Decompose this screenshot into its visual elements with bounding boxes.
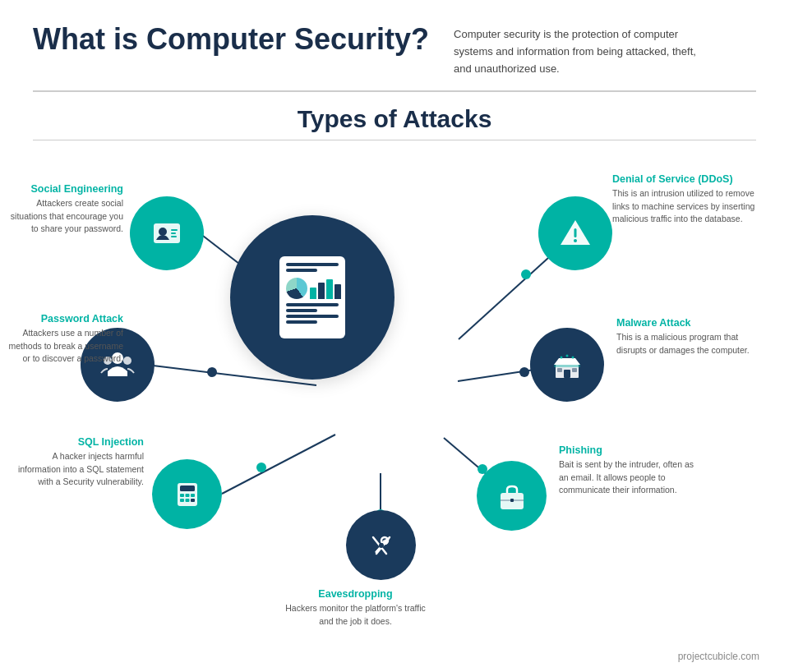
document-icon <box>279 256 345 338</box>
svg-point-11 <box>519 367 529 377</box>
warning-icon <box>557 215 593 251</box>
svg-rect-46 <box>574 228 577 237</box>
briefcase-icon <box>494 478 530 514</box>
svg-rect-29 <box>191 499 195 502</box>
svg-rect-28 <box>185 499 189 502</box>
person-card-icon <box>149 215 185 251</box>
svg-rect-18 <box>171 236 177 237</box>
svg-rect-27 <box>180 499 184 502</box>
tools-icon <box>363 527 399 564</box>
svg-point-45 <box>572 357 574 359</box>
svg-rect-17 <box>171 232 176 234</box>
center-circle <box>230 215 394 380</box>
ddos-circle <box>538 196 612 270</box>
page: What is Computer Security? Computer secu… <box>0 0 789 672</box>
svg-rect-40 <box>564 370 570 378</box>
malware-attack-desc: This is a malicious program that disrupt… <box>616 331 756 356</box>
password-attack-title: Password Attack <box>0 313 123 324</box>
social-engineering-circle <box>130 196 204 270</box>
eavesdropping-desc: Hackers monitor the platform's traffic a… <box>284 602 427 627</box>
svg-point-21 <box>123 357 132 365</box>
password-attack-desc: Attackers use a number of methods to bre… <box>0 327 123 365</box>
svg-rect-16 <box>171 229 178 231</box>
phishing-circle <box>477 461 547 531</box>
svg-rect-26 <box>191 494 195 497</box>
social-engineering-title: Social Engineering <box>8 183 123 195</box>
malware-attack-circle <box>530 328 604 402</box>
eavesdropping-label: Eavesdropping Hackers monitor the platfo… <box>284 588 427 627</box>
sql-injection-desc: A hacker injects harmful information int… <box>16 450 144 488</box>
social-engineering-desc: Attackers create social situations that … <box>8 197 123 235</box>
svg-rect-42 <box>572 368 577 372</box>
page-title: What is Computer Security? <box>33 23 429 56</box>
svg-point-15 <box>159 228 167 236</box>
svg-rect-25 <box>185 494 189 497</box>
ddos-desc: This is an intrusion utilized to remove … <box>612 187 768 225</box>
ddos-title: Denial of Service (DDoS) <box>612 173 768 185</box>
svg-point-34 <box>379 543 384 548</box>
svg-rect-14 <box>154 223 180 243</box>
social-engineering-label: Social Engineering Attackers create soci… <box>8 183 123 235</box>
sql-injection-title: SQL Injection <box>16 436 144 448</box>
malware-attack-label: Malware Attack This is a malicious progr… <box>616 317 756 356</box>
svg-point-44 <box>566 355 569 357</box>
phishing-desc: Bait is sent by the intruder, often as a… <box>559 458 699 496</box>
calculator-icon <box>169 476 205 513</box>
sql-injection-circle <box>152 459 222 529</box>
section-title: Types of Attacks <box>0 92 789 140</box>
malware-attack-title: Malware Attack <box>616 317 756 329</box>
sql-injection-label: SQL Injection A hacker injects harmful i… <box>16 436 144 488</box>
ddos-label: Denial of Service (DDoS) This is an intr… <box>612 173 768 225</box>
header: What is Computer Security? Computer secu… <box>0 0 789 90</box>
svg-line-4 <box>222 435 335 494</box>
footer-url: projectcubicle.com <box>678 651 759 662</box>
eavesdropping-circle <box>346 510 416 580</box>
svg-point-43 <box>561 357 563 359</box>
svg-rect-23 <box>180 486 195 491</box>
svg-point-5 <box>256 463 266 472</box>
store-icon <box>549 347 585 383</box>
svg-rect-39 <box>554 365 580 367</box>
svg-point-3 <box>207 367 217 377</box>
header-description: Computer security is the protection of c… <box>454 23 717 77</box>
svg-rect-37 <box>510 499 514 502</box>
eavesdropping-title: Eavesdropping <box>284 588 427 600</box>
diagram-area: Social Engineering Attackers create soci… <box>0 140 789 625</box>
svg-point-47 <box>574 239 577 242</box>
svg-rect-41 <box>557 368 562 372</box>
svg-point-13 <box>521 269 531 279</box>
password-attack-label: Password Attack Attackers use a number o… <box>0 313 123 365</box>
svg-rect-24 <box>180 494 184 497</box>
phishing-label: Phishing Bait is sent by the intruder, o… <box>559 444 699 496</box>
phishing-title: Phishing <box>559 444 699 456</box>
